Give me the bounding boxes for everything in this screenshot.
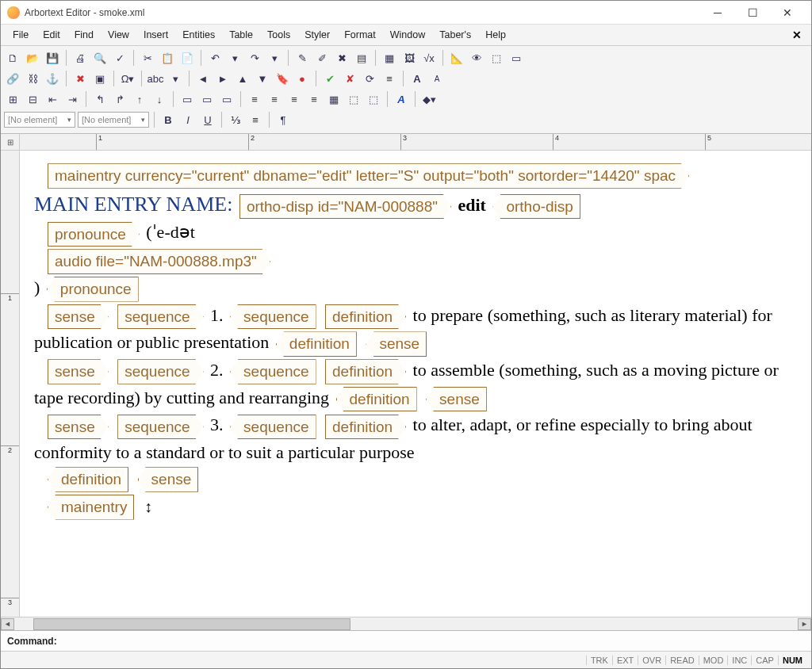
move-up-icon[interactable]: ↑: [131, 90, 148, 108]
numbered-list-icon[interactable]: ⅓: [227, 111, 244, 128]
ruler-vertical[interactable]: 1 2 3: [1, 151, 20, 617]
definition-close-tag[interactable]: definition: [276, 331, 357, 357]
move-down-icon[interactable]: ↓: [151, 90, 168, 108]
insert-symbol-icon[interactable]: Ω▾: [119, 70, 136, 87]
ortho-disp-open-tag[interactable]: ortho-disp id="NAM-000888": [239, 194, 451, 220]
print-icon[interactable]: 🖨: [71, 49, 89, 67]
menu-view[interactable]: View: [101, 26, 136, 44]
panel-b-icon[interactable]: ▭: [198, 90, 216, 108]
align-right-icon[interactable]: ≡: [285, 90, 303, 108]
element-picker-1[interactable]: [No element]▾: [4, 112, 75, 128]
change-markup-icon[interactable]: ✐: [313, 49, 331, 67]
status-mod[interactable]: MOD: [699, 656, 728, 665]
up-icon[interactable]: ▲: [234, 70, 251, 87]
pronounce-open-tag[interactable]: pronounce: [48, 222, 140, 247]
status-read[interactable]: READ: [665, 656, 699, 665]
sequence-open-tag[interactable]: sequence: [117, 359, 203, 384]
tree-collapse-icon[interactable]: ⊟: [24, 90, 41, 108]
sense-open-tag[interactable]: sense: [48, 304, 109, 330]
document-body[interactable]: mainentry currency="current" dbname="edi…: [20, 151, 811, 617]
new-file-icon[interactable]: 🗋: [4, 49, 21, 67]
menu-table[interactable]: Table: [222, 26, 260, 44]
bookmark-icon[interactable]: 🔖: [274, 70, 291, 87]
menu-format[interactable]: Format: [337, 26, 383, 44]
redo-icon[interactable]: ↷: [246, 49, 263, 67]
definition-open-tag[interactable]: definition: [325, 359, 406, 384]
toggle-full-icon[interactable]: ▭: [508, 49, 525, 67]
insert-table-icon[interactable]: ▦: [381, 49, 398, 67]
font-smaller-icon[interactable]: A: [428, 70, 446, 87]
styler-icon[interactable]: 📐: [448, 49, 465, 67]
indent-icon[interactable]: ⇥: [63, 90, 81, 108]
menu-window[interactable]: Window: [383, 26, 432, 44]
ruler-h-scale[interactable]: 1 2 3 4 5: [20, 134, 811, 150]
sense-close-tag[interactable]: sense: [138, 467, 199, 492]
insert-equation-icon[interactable]: √x: [420, 49, 438, 67]
italic-icon[interactable]: I: [179, 111, 197, 128]
copy-icon[interactable]: 📋: [159, 49, 176, 67]
menu-edit[interactable]: Edit: [36, 26, 67, 44]
record-icon[interactable]: ●: [293, 70, 311, 87]
justify-icon[interactable]: ≡: [305, 90, 323, 108]
definition-close-tag[interactable]: definition: [336, 387, 417, 412]
link-icon[interactable]: 🔗: [4, 70, 21, 87]
promote-icon[interactable]: ↰: [91, 90, 109, 108]
undo-icon[interactable]: ↶: [206, 49, 224, 67]
anchor-icon[interactable]: ⚓: [44, 70, 61, 87]
status-cap[interactable]: CAP: [751, 656, 778, 665]
validate-icon[interactable]: ✖: [71, 70, 89, 87]
insert-graphic-icon[interactable]: 🖼: [400, 49, 418, 67]
ruler-corner-icon[interactable]: ⊞: [1, 134, 20, 150]
font-larger-icon[interactable]: A: [408, 70, 426, 87]
sequence-close-tag[interactable]: sequence: [230, 304, 316, 330]
pronounce-text[interactable]: (ˈe-dət: [146, 222, 195, 242]
panel-a-icon[interactable]: ▭: [178, 90, 196, 108]
track-changes-icon[interactable]: ⟳: [361, 70, 378, 87]
split-icon[interactable]: ⬚: [365, 90, 382, 108]
outdent-icon[interactable]: ⇤: [44, 90, 61, 108]
pronounce-close-tag[interactable]: pronounce: [47, 277, 139, 302]
menu-help[interactable]: Help: [478, 26, 513, 44]
menu-find[interactable]: Find: [67, 26, 101, 44]
demote-icon[interactable]: ↱: [111, 90, 128, 108]
border-icon[interactable]: ▦: [325, 90, 343, 108]
minimize-button[interactable]: ─: [700, 2, 735, 24]
status-ovr[interactable]: OVR: [638, 656, 665, 665]
status-trk[interactable]: TRK: [586, 656, 612, 665]
doc-map-icon[interactable]: ▤: [353, 49, 370, 67]
scroll-left-arrow-icon[interactable]: ◄: [1, 618, 14, 630]
next-icon[interactable]: ►: [214, 70, 232, 87]
cut-icon[interactable]: ✂: [139, 49, 156, 67]
audio-tag[interactable]: audio file="NAM-000888.mp3": [48, 249, 270, 274]
menu-file[interactable]: File: [6, 26, 36, 44]
insert-markup-icon[interactable]: ✎: [293, 49, 311, 67]
definition-close-tag[interactable]: definition: [48, 467, 128, 492]
sequence-close-tag[interactable]: sequence: [230, 359, 316, 384]
align-center-icon[interactable]: ≡: [266, 90, 283, 108]
sense-close-tag[interactable]: sense: [366, 331, 427, 357]
status-inc[interactable]: INC: [727, 656, 751, 665]
spellcheck-icon[interactable]: ✓: [111, 49, 128, 67]
accept-change-icon[interactable]: ✔: [321, 70, 339, 87]
bold-icon[interactable]: B: [159, 111, 177, 128]
tool-b-icon[interactable]: ▾: [167, 70, 184, 87]
bullet-list-icon[interactable]: ≡: [247, 111, 264, 128]
element-picker-2[interactable]: [No element]▾: [78, 112, 149, 128]
scroll-thumb[interactable]: [33, 618, 350, 630]
close-document-button[interactable]: ✕: [787, 29, 806, 41]
ortho-text[interactable]: edit: [458, 195, 485, 215]
underline-icon[interactable]: U: [199, 111, 216, 128]
paste-icon[interactable]: 📄: [178, 49, 196, 67]
find-icon[interactable]: 🔍: [91, 49, 109, 67]
delete-markup-icon[interactable]: ✖: [333, 49, 350, 67]
menu-entities[interactable]: Entities: [175, 26, 222, 44]
down-icon[interactable]: ▼: [254, 70, 271, 87]
scroll-right-arrow-icon[interactable]: ►: [798, 618, 811, 630]
undo-dd-icon[interactable]: ▾: [226, 49, 243, 67]
sense-close-tag[interactable]: sense: [426, 387, 487, 412]
menu-styler[interactable]: Styler: [297, 26, 337, 44]
save-icon[interactable]: 💾: [44, 49, 61, 67]
merge-icon[interactable]: ⬚: [345, 90, 362, 108]
sequence-close-tag[interactable]: sequence: [230, 415, 316, 440]
close-window-button[interactable]: ✕: [770, 2, 805, 24]
